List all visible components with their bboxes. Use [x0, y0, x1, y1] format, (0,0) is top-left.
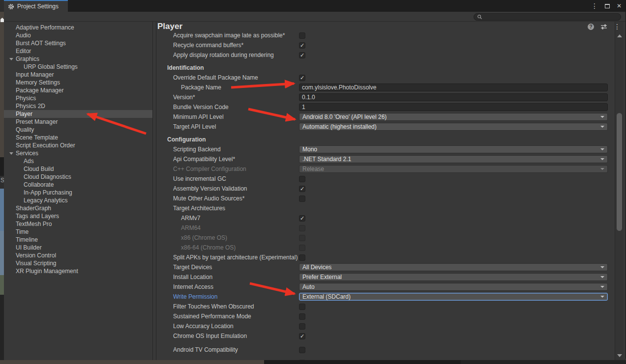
settings-rows: Acquire swapchain image late as possible… — [156, 30, 615, 360]
sidebar-item-timeline[interactable]: Timeline — [4, 236, 152, 244]
help-icon[interactable]: ? — [588, 24, 594, 30]
setting-row-acquire-swapchain-image-late-as-possible: Acquire swapchain image late as possible… — [156, 30, 615, 40]
checkbox-mute-other-audio-sources[interactable]: ✓ — [299, 196, 305, 202]
checkbox-acquire-swapchain-image-late-as-possible[interactable]: ✓ — [299, 32, 305, 39]
text-field-version[interactable]: 0.1.0 — [299, 93, 608, 101]
sidebar-item-visual-scripting[interactable]: Visual Scripting — [4, 259, 152, 267]
dropdown-value: Mono — [302, 146, 317, 153]
setting-label: Target API Level — [173, 123, 299, 130]
sidebar-item-legacy-analytics[interactable]: Legacy Analytics — [4, 196, 152, 204]
setting-label: Apply display rotation during rendering — [173, 52, 299, 58]
sidebar-item-editor[interactable]: Editor — [4, 47, 152, 55]
dropdown-target-devices[interactable]: All Devices — [299, 263, 608, 271]
setting-row-assembly-version-validation: Assembly Version Validation✓ — [156, 184, 615, 194]
checkbox-low-accuracy-location[interactable]: ✓ — [299, 323, 305, 330]
checkbox-assembly-version-validation[interactable]: ✓ — [299, 186, 305, 192]
vertical-scrollbar[interactable] — [615, 22, 624, 360]
text-field-bundle-version-code[interactable]: 1 — [299, 103, 608, 111]
sidebar-item-graphics[interactable]: Graphics — [4, 55, 152, 63]
window-menu-icon[interactable]: ⋮ — [591, 0, 598, 12]
checkbox-chrome-os-input-emulation[interactable]: ✓ — [299, 333, 305, 339]
text-field-package-name[interactable]: com.ylsislove.PhotoDissolve — [299, 84, 608, 91]
dropdown-target-api-level[interactable]: Automatic (highest installed) — [299, 123, 608, 131]
setting-label: Low Accuracy Location — [173, 323, 299, 330]
sidebar-item-cloud-diagnostics[interactable]: Cloud Diagnostics — [4, 173, 152, 181]
presets-icon[interactable] — [600, 24, 607, 30]
sidebar-item-package-manager[interactable]: Package Manager — [4, 86, 152, 94]
checkbox-apply-display-rotation-during-rendering[interactable]: ✓ — [299, 52, 305, 58]
dropdown-internet-access[interactable]: Auto — [299, 283, 608, 291]
checkbox-use-incremental-gc[interactable]: ✓ — [299, 176, 305, 182]
sidebar-item-input-manager[interactable]: Input Manager — [4, 71, 152, 79]
settings-sidebar: Adaptive PerformanceAudioBurst AOT Setti… — [4, 22, 152, 360]
sidebar-item-preset-manager[interactable]: Preset Manager — [4, 118, 152, 126]
dropdown-value: Automatic (highest installed) — [302, 123, 377, 130]
sidebar-item-burst-aot-settings[interactable]: Burst AOT Settings — [4, 39, 152, 47]
sidebar-item-memory-settings[interactable]: Memory Settings — [4, 79, 152, 86]
sidebar-item-time[interactable]: Time — [4, 228, 152, 236]
sidebar-item-physics[interactable]: Physics — [4, 94, 152, 102]
sidebar-item-audio[interactable]: Audio — [4, 31, 152, 39]
checkbox-x86-64-chrome-os[interactable]: ✓ — [299, 245, 305, 251]
sidebar-item-collaborate[interactable]: Collaborate — [4, 181, 152, 189]
sidebar-item-label: Version Control — [16, 252, 56, 259]
close-icon[interactable]: ✕ — [617, 2, 622, 9]
search-box[interactable] — [474, 13, 621, 21]
sidebar-item-label: Timeline — [16, 236, 38, 243]
sidebar-item-scene-template[interactable]: Scene Template — [4, 134, 152, 141]
sidebar-item-ui-builder[interactable]: UI Builder — [4, 244, 152, 252]
checkbox-sustained-performance-mode[interactable]: ✓ — [299, 313, 305, 320]
sidebar-item-urp-global-settings[interactable]: URP Global Settings — [4, 63, 152, 71]
sidebar-item-label: Scene Template — [16, 134, 58, 141]
setting-control: 0.1.0 — [299, 93, 615, 101]
dropdown-api-compatibility-level[interactable]: .NET Standard 2.1 — [299, 155, 608, 163]
sidebar-item-in-app-purchasing[interactable]: In-App Purchasing — [4, 189, 152, 196]
checkbox-warn-about-app-bundle-si[interactable]: ✓ — [299, 360, 305, 361]
sidebar-item-adaptive-performance[interactable]: Adaptive Performance — [4, 24, 152, 31]
titlebar: Project Settings ⋮ ✕ — [4, 0, 626, 12]
sidebar-item-script-execution-order[interactable]: Script Execution Order — [4, 141, 152, 149]
page-more-icon[interactable]: ⋮ — [614, 23, 621, 30]
expander-icon[interactable] — [9, 58, 13, 60]
dropdown-minimum-api-level[interactable]: Android 8.0 'Oreo' (API level 26) — [299, 113, 608, 121]
checkbox-arm64[interactable]: ✓ — [299, 225, 305, 231]
sidebar-item-shadergraph[interactable]: ShaderGraph — [4, 204, 152, 212]
checkbox-split-apks-by-target-architecture-experimental[interactable]: ✓ — [299, 254, 305, 261]
scrollbar-thumb[interactable] — [617, 113, 622, 231]
checkbox-armv7[interactable]: ✓ — [299, 215, 305, 222]
checkbox-recycle-command-buffers[interactable]: ✓ — [299, 42, 305, 49]
expander-icon[interactable] — [9, 152, 13, 155]
check-icon: ✓ — [300, 186, 304, 192]
scroll-down-icon[interactable] — [617, 354, 622, 357]
setting-control: ✓ — [299, 196, 615, 202]
setting-row-bundle-version-code: Bundle Version Code1 — [156, 102, 615, 112]
search-input[interactable] — [484, 14, 618, 20]
setting-label: Acquire swapchain image late as possible… — [173, 32, 299, 39]
tab-project-settings[interactable]: Project Settings — [4, 0, 68, 12]
sidebar-item-label: In-App Purchasing — [24, 189, 72, 196]
dropdown-install-location[interactable]: Prefer External — [299, 273, 608, 281]
panel-splitter[interactable] — [152, 22, 156, 360]
scroll-up-icon[interactable] — [617, 34, 622, 37]
dropdown-scripting-backend[interactable]: Mono — [299, 145, 608, 153]
sidebar-item-textmesh-pro[interactable]: TextMesh Pro — [4, 220, 152, 228]
sidebar-item-player[interactable]: Player — [4, 110, 152, 118]
sidebar-item-version-control[interactable]: Version Control — [4, 252, 152, 259]
sidebar-item-services[interactable]: Services — [4, 149, 152, 157]
sidebar-item-xr-plugin-management[interactable]: XR Plugin Management — [4, 267, 152, 275]
sidebar-item-physics-2d[interactable]: Physics 2D — [4, 102, 152, 110]
sidebar-item-quality[interactable]: Quality — [4, 126, 152, 134]
sidebar-item-cloud-build[interactable]: Cloud Build — [4, 165, 152, 173]
setting-control: ✓ — [299, 215, 615, 222]
checkbox-android-tv-compatibility[interactable]: ✓ — [299, 347, 305, 353]
sidebar-item-ads[interactable]: Ads — [4, 157, 152, 165]
checkbox-x86-chrome-os[interactable]: ✓ — [299, 235, 305, 241]
sidebar-item-tags-and-layers[interactable]: Tags and Layers — [4, 212, 152, 220]
dropdown-c-compiler-configuration[interactable]: Release — [299, 165, 608, 173]
setting-control: ✓ — [299, 254, 615, 261]
dropdown-write-permission[interactable]: External (SDCard) — [299, 293, 608, 301]
maximize-icon[interactable] — [605, 4, 610, 8]
sidebar-item-label: ShaderGraph — [16, 205, 51, 212]
checkbox-filter-touches-when-obscured[interactable]: ✓ — [299, 304, 305, 310]
checkbox-override-default-package-name[interactable]: ✓ — [299, 75, 305, 81]
